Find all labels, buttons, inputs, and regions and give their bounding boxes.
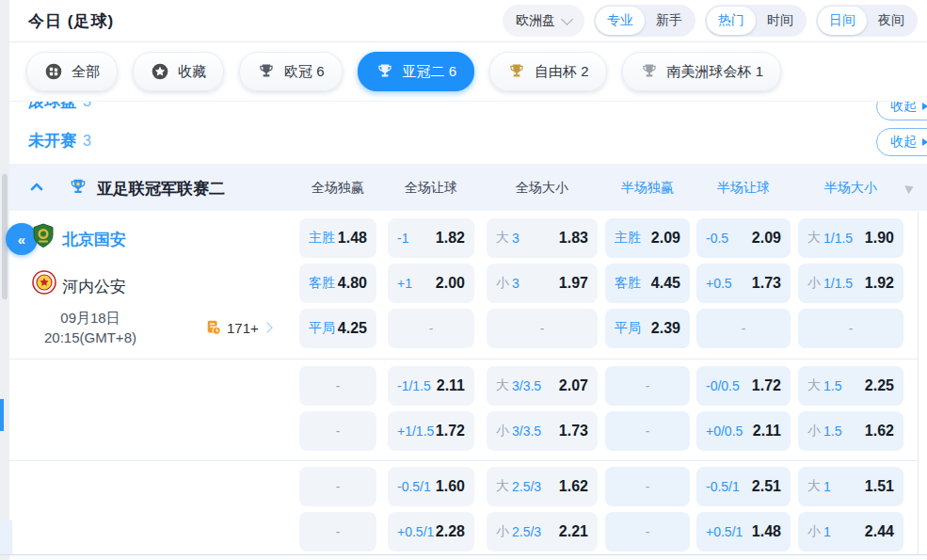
home-team-name[interactable]: 北京国安 xyxy=(62,229,126,250)
odds-value: 4.80 xyxy=(338,275,367,292)
odds-cell[interactable]: 小3/3.51.73 xyxy=(487,411,598,451)
tab-acl-two[interactable]: 亚冠二 6 xyxy=(358,52,475,91)
odds-value: 1.73 xyxy=(752,275,781,292)
odds-value: 1.90 xyxy=(865,230,894,247)
odds-cell[interactable]: 大1/1.51.90 xyxy=(798,218,903,258)
odds-empty-dash: - xyxy=(336,424,341,439)
odds-cell[interactable]: 大2.5/31.62 xyxy=(487,467,598,506)
collapse-button-top[interactable]: 收起 xyxy=(876,102,927,120)
odds-cell[interactable]: +0.51.73 xyxy=(696,264,791,303)
odds-cell[interactable]: 小31.97 xyxy=(487,264,598,303)
footer-strip xyxy=(9,555,927,560)
trophy-icon xyxy=(507,62,526,81)
odds-value: 1.83 xyxy=(559,230,588,247)
tab-ucl[interactable]: 欧冠 6 xyxy=(239,52,343,91)
trophy-icon xyxy=(376,62,394,81)
odds-value: 2.07 xyxy=(559,377,588,394)
tab-label: 自由杯 2 xyxy=(535,63,589,81)
odds-cell[interactable]: 大11.51 xyxy=(798,467,903,506)
chevron-up-icon xyxy=(28,179,45,196)
collapse-league-chevron[interactable] xyxy=(28,179,45,200)
odds-value: 1.62 xyxy=(865,423,894,440)
tab-label: 亚冠二 6 xyxy=(403,63,457,81)
odds-cell[interactable]: 大31.83 xyxy=(487,218,598,258)
tab-libertadores[interactable]: 自由杯 2 xyxy=(489,52,607,91)
odds-empty-dash: - xyxy=(849,321,854,336)
odds-value: 1.48 xyxy=(752,523,781,540)
column-header-ft-1x2[interactable]: 全场独赢 xyxy=(299,164,376,211)
odds-cell[interactable]: -0/0.51.72 xyxy=(696,366,791,406)
league-trophy-icon xyxy=(68,177,88,201)
odds-cell[interactable]: 主胜2.09 xyxy=(605,218,690,258)
odds-cell[interactable]: 小1/1.51.92 xyxy=(798,264,903,303)
column-header-ft-handicap[interactable]: 全场让球 xyxy=(388,164,474,211)
market-type-select[interactable]: 欧洲盘 xyxy=(503,5,584,37)
odds-line-label: 客胜 xyxy=(615,275,641,292)
theme-night-option[interactable]: 夜间 xyxy=(867,7,916,35)
tab-label: 全部 xyxy=(72,63,100,81)
tab-favorites[interactable]: 收藏 xyxy=(133,52,224,91)
odds-cell[interactable]: 大3/3.52.07 xyxy=(487,366,598,406)
odds-cell-empty: - xyxy=(299,411,376,451)
collapse-button[interactable]: 收起 xyxy=(876,128,927,156)
odds-side-label: 小 xyxy=(807,275,821,292)
star-icon xyxy=(151,62,169,81)
sort-hot-option[interactable]: 热门 xyxy=(707,7,756,35)
odds-value: 1.73 xyxy=(559,423,588,440)
sort-time-option[interactable]: 时间 xyxy=(756,7,805,35)
column-header-ft-overunder[interactable]: 全场大小 xyxy=(487,164,598,211)
odds-side-label: 大 xyxy=(496,478,509,495)
away-team-name[interactable]: 河内公安 xyxy=(62,276,126,297)
odds-cell[interactable]: 客胜4.45 xyxy=(605,264,690,303)
odds-line-label: 主胜 xyxy=(309,230,335,247)
odds-cell[interactable]: 主胜1.48 xyxy=(299,218,376,258)
odds-cell[interactable]: -0.5/12.51 xyxy=(696,467,791,506)
trophy-icon xyxy=(257,62,276,81)
odds-value: 2.25 xyxy=(865,377,894,394)
tab-label: 欧冠 6 xyxy=(284,63,325,81)
odds-line-label: -0.5/1 xyxy=(706,479,740,494)
odds-value: 4.25 xyxy=(338,320,367,337)
odds-empty-dash: - xyxy=(646,424,650,439)
odds-line-label: 1/1.5 xyxy=(823,276,853,291)
odds-cell[interactable]: 客胜4.80 xyxy=(299,264,376,303)
tab-all[interactable]: 全部 xyxy=(26,52,118,91)
odds-cell[interactable]: +0/0.52.11 xyxy=(696,411,791,451)
mode-pro-option[interactable]: 专业 xyxy=(596,7,645,35)
more-markets-link[interactable]: 171+ xyxy=(205,319,271,336)
odds-cell[interactable]: +0.5/11.48 xyxy=(696,512,791,552)
odds-cell[interactable]: 平局4.25 xyxy=(299,309,376,348)
tab-sudamericana[interactable]: 南美洲球会杯 1 xyxy=(622,52,782,91)
odds-cell[interactable]: +12.00 xyxy=(388,264,474,303)
odds-cell[interactable]: 小1.51.62 xyxy=(798,411,903,451)
group-title-not-started: 未开赛3 xyxy=(28,130,91,152)
odds-cell[interactable]: -1/1.52.11 xyxy=(388,366,474,406)
mode-novice-option[interactable]: 新手 xyxy=(645,7,694,35)
odds-empty-dash: - xyxy=(742,321,746,336)
odds-cell[interactable]: 大1.52.25 xyxy=(798,366,903,406)
odds-empty-dash: - xyxy=(646,378,650,393)
odds-value: 1.62 xyxy=(559,478,588,495)
odds-cell-empty: - xyxy=(487,309,598,348)
column-header-ht-1x2[interactable]: 半场独赢 xyxy=(605,164,690,211)
column-header-ht-handicap[interactable]: 半场让球 xyxy=(696,164,791,211)
odds-cell-empty: - xyxy=(696,309,791,348)
odds-cell[interactable]: -0.5/11.60 xyxy=(388,467,474,506)
odds-cell[interactable]: 小2.5/32.21 xyxy=(487,512,598,552)
odds-line-label: 平局 xyxy=(309,320,335,337)
odds-empty-dash: - xyxy=(540,321,545,336)
odds-line-label: 1 xyxy=(823,479,831,494)
odds-cell[interactable]: 平局2.39 xyxy=(605,309,690,348)
odds-cell[interactable]: +1/1.51.72 xyxy=(388,411,474,451)
odds-cell[interactable]: 小12.44 xyxy=(798,512,903,552)
odds-cell[interactable]: -11.82 xyxy=(388,218,474,258)
odds-line-label: -1 xyxy=(397,231,408,246)
tab-label: 南美洲球会杯 1 xyxy=(667,63,764,81)
odds-cell[interactable]: +0.5/12.28 xyxy=(388,512,474,552)
column-header-ht-overunder[interactable]: 半场大小 xyxy=(798,164,903,211)
odds-cell-empty: - xyxy=(605,467,690,506)
odds-cell[interactable]: -0.52.09 xyxy=(696,218,791,258)
theme-day-option[interactable]: 日间 xyxy=(818,7,867,35)
odds-side-label: 小 xyxy=(496,423,509,440)
odds-value: 2.09 xyxy=(752,230,781,247)
